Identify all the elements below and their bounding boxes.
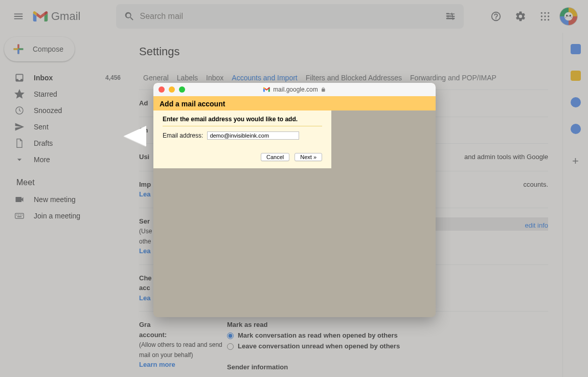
learn-more-link[interactable]: Lea — [139, 190, 150, 198]
annotation-arrow — [124, 126, 146, 146]
search-input[interactable] — [140, 12, 440, 21]
learn-more-link[interactable]: Lea — [139, 247, 150, 255]
window-zoom-button[interactable] — [179, 86, 185, 93]
sidebar-item-sent[interactable]: Sent — [4, 119, 127, 135]
window-minimize-button[interactable] — [169, 86, 175, 93]
tasks-app-icon[interactable] — [571, 97, 581, 107]
google-apps-button[interactable] — [535, 6, 555, 27]
popup-titlebar[interactable]: mail.google.com — [153, 83, 436, 96]
section-check-label1: Che — [139, 274, 152, 282]
section-sendas-sub2: othe — [139, 238, 151, 245]
meet-section-title: Meet — [4, 168, 131, 191]
email-address-label: Email address: — [163, 132, 203, 139]
section-grant-sub2: mail on your behalf) — [139, 351, 193, 359]
learn-more-link[interactable]: Lea — [139, 294, 150, 302]
plus-icon — [11, 42, 26, 56]
nav-label: Join a meeting — [34, 212, 80, 220]
section-check-label2: acc — [139, 284, 150, 292]
cancel-button[interactable]: Cancel — [261, 153, 289, 161]
nav-label: Starred — [34, 90, 57, 98]
section-grant-label1: Gra — [139, 321, 150, 328]
radio-leave-unread-input[interactable] — [227, 343, 234, 350]
sidebar-item-snoozed[interactable]: Snoozed — [4, 102, 127, 119]
chevron-down-icon — [14, 154, 25, 165]
svg-point-7 — [544, 12, 546, 14]
add-mail-account-popup: mail.google.com Add a mail account Enter… — [153, 83, 436, 317]
star-icon — [14, 89, 25, 99]
radio-mark-read-label: Mark conversation as read when opened by… — [238, 330, 398, 341]
svg-rect-28 — [20, 215, 21, 216]
send-icon — [14, 122, 25, 132]
section-sendas-label: Ser — [139, 217, 150, 225]
next-button[interactable]: Next » — [295, 153, 322, 161]
popup-url: mail.google.com — [273, 86, 318, 93]
nav-label: Inbox — [34, 74, 53, 82]
compose-label: Compose — [33, 45, 63, 53]
contacts-app-icon[interactable] — [571, 124, 581, 134]
sidebar-item-inbox[interactable]: Inbox 4,456 — [4, 70, 127, 86]
svg-point-9 — [541, 15, 542, 17]
header-bar: Gmail — [0, 0, 588, 33]
svg-point-10 — [544, 15, 546, 17]
gmail-icon — [33, 11, 48, 22]
draft-icon — [14, 138, 25, 148]
sender-info-heading: Sender information — [227, 362, 548, 373]
radio-mark-read[interactable]: Mark conversation as read when opened by… — [227, 330, 548, 341]
svg-rect-5 — [453, 17, 453, 20]
window-close-button[interactable] — [159, 86, 165, 93]
support-button[interactable] — [486, 6, 506, 27]
svg-point-6 — [541, 12, 542, 14]
sidebar-item-starred[interactable]: Starred — [4, 86, 127, 102]
svg-rect-4 — [448, 15, 448, 17]
svg-point-12 — [541, 19, 542, 20]
search-options-icon[interactable] — [440, 6, 461, 27]
svg-rect-2 — [446, 18, 455, 19]
main-menu-button[interactable] — [6, 4, 31, 29]
svg-point-13 — [544, 19, 546, 20]
edit-info-link[interactable]: edit info — [525, 220, 548, 231]
settings-button[interactable] — [510, 6, 531, 27]
email-address-input[interactable] — [207, 131, 299, 140]
svg-rect-25 — [15, 213, 24, 218]
account-avatar[interactable] — [559, 7, 578, 26]
calendar-app-icon[interactable] — [571, 44, 581, 54]
learn-more-link[interactable]: Learn more — [139, 361, 175, 368]
radio-mark-read-input[interactable] — [227, 332, 234, 339]
lock-icon — [321, 87, 326, 92]
inbox-icon — [14, 73, 25, 83]
nav-label: Sent — [34, 123, 49, 131]
sidebar-item-more[interactable]: More — [4, 151, 127, 168]
svg-rect-26 — [16, 215, 17, 216]
keyboard-icon — [14, 211, 25, 221]
nav-label: More — [34, 156, 50, 164]
compose-button[interactable]: Compose — [4, 37, 75, 61]
nav-label: Snoozed — [34, 106, 62, 115]
section-grant-sub1: (Allow others to read and send — [139, 341, 222, 348]
sidebar: Compose Inbox 4,456 Starred Snoozed Sent… — [0, 33, 131, 377]
add-addon-button[interactable]: + — [572, 154, 579, 168]
svg-rect-1 — [446, 16, 455, 16]
svg-rect-29 — [21, 215, 22, 216]
radio-leave-unread-label: Leave conversation unread when opened by… — [238, 341, 400, 352]
section-grant-label2: account: — [139, 331, 167, 339]
svg-rect-27 — [18, 215, 19, 216]
svg-point-17 — [570, 15, 571, 16]
mark-as-read-heading: Mark as read — [227, 320, 548, 330]
popup-instruction: Enter the email address you would like t… — [163, 116, 322, 126]
clock-icon — [14, 105, 25, 116]
svg-rect-0 — [446, 14, 455, 14]
gmail-logo[interactable]: Gmail — [33, 10, 80, 23]
search-icon[interactable] — [119, 6, 140, 27]
sidebar-item-new-meeting[interactable]: New meeting — [4, 191, 127, 208]
nav-label: New meeting — [34, 195, 76, 204]
svg-point-8 — [548, 12, 549, 14]
inbox-count: 4,456 — [105, 74, 121, 81]
svg-point-16 — [566, 15, 568, 16]
radio-leave-unread[interactable]: Leave conversation unread when opened by… — [227, 341, 548, 352]
sidebar-item-join-meeting[interactable]: Join a meeting — [4, 208, 127, 224]
section-import-label: Imp — [139, 181, 151, 188]
keep-app-icon[interactable] — [571, 71, 581, 81]
svg-rect-23 — [17, 49, 19, 54]
search-bar[interactable] — [116, 4, 464, 29]
sidebar-item-drafts[interactable]: Drafts — [4, 135, 127, 151]
